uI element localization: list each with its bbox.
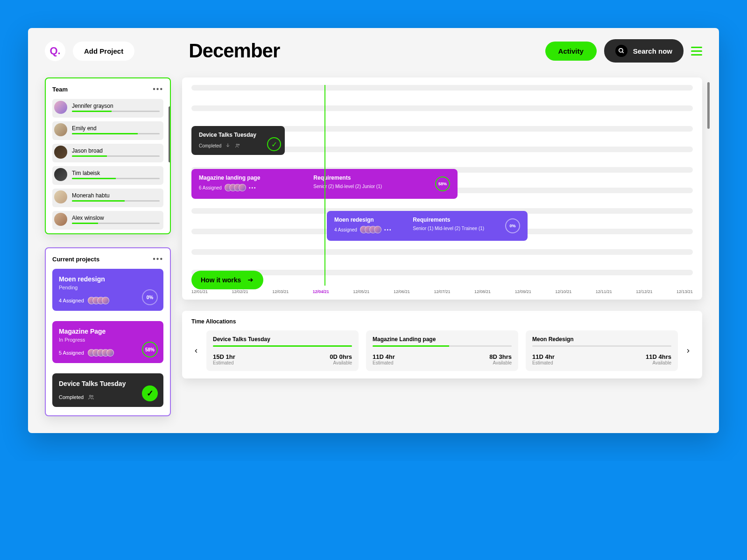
team-member-name: Jennifer grayson <box>72 103 160 109</box>
scrollbar[interactable] <box>707 82 710 129</box>
timeline-date: 12/04/21 <box>313 289 329 294</box>
header: Q. Add Project December Activity Search … <box>45 39 702 63</box>
alloc-avail-label: Available <box>330 360 352 365</box>
arrow-right-icon <box>247 277 254 283</box>
task-assigned: 6 Assigned <box>199 185 222 190</box>
svg-line-1 <box>622 52 624 53</box>
alloc-card[interactable]: Magazine Landing page 11D 4hrEstimated 8… <box>366 330 518 371</box>
alloc-card[interactable]: Meon Redesign 11D 4hrEstimated 11D 4hrsA… <box>526 330 678 371</box>
team-member-name: Tim labeisk <box>72 170 160 176</box>
projects-panel: Current projects ••• Moen redesign Pendi… <box>45 247 171 416</box>
alloc-cards: Device Talks Tuesday 15D 1hrEstimated 0D… <box>206 330 678 371</box>
assignee-avatars <box>88 297 109 304</box>
alloc-card[interactable]: Device Talks Tuesday 15D 1hrEstimated 0D… <box>206 330 359 371</box>
svg-point-5 <box>239 144 240 146</box>
team-member[interactable]: Emily end <box>52 121 163 140</box>
more-icon[interactable]: ••• <box>249 185 257 190</box>
alloc-name: Meon Redesign <box>532 336 671 343</box>
dates-row: 12/01/2112/02/2112/03/2112/04/2112/05/21… <box>191 289 693 294</box>
task-status: Completed <box>199 143 221 148</box>
requirements-text: Senior (1) Mid-level (2) Trainee (1) <box>413 226 484 231</box>
timeline-row <box>191 249 693 255</box>
avatar <box>54 123 67 136</box>
scrollbar[interactable] <box>169 106 171 162</box>
team-member-name: Emily end <box>72 125 160 132</box>
timeline-date: 12/03/21 <box>272 289 289 294</box>
timeline-task-device[interactable]: Device Talks Tuesday Completed ✓ <box>191 126 285 155</box>
sidebar: Team ••• Jennifer grayson Emily <box>45 77 171 416</box>
alloc-avail-label: Available <box>489 360 512 365</box>
team-member[interactable]: Tim labeisk <box>52 166 163 185</box>
projects-more-icon[interactable]: ••• <box>153 255 163 263</box>
team-member[interactable]: Jason broad <box>52 144 163 162</box>
time-allocations-panel: Time Allocations Device Talks Tuesday 15… <box>182 311 702 378</box>
team-list[interactable]: Jennifer grayson Emily end <box>52 99 163 230</box>
avatar <box>54 146 67 159</box>
task-title: Magazine landing page <box>199 175 260 181</box>
team-member[interactable]: Monerah habtu <box>52 189 163 207</box>
svg-point-0 <box>619 49 623 52</box>
svg-point-3 <box>92 395 93 397</box>
app-window: Q. Add Project December Activity Search … <box>28 28 719 433</box>
project-card[interactable]: Device Talks Tuesday Completed ✓ <box>52 373 163 407</box>
team-member-name: Alex winslow <box>72 215 160 221</box>
check-icon: ✓ <box>142 385 158 401</box>
alloc-estimated: 15D 1hr <box>213 353 235 360</box>
progress-ring: 0% <box>142 289 158 305</box>
timeline-date: 12/01/21 <box>191 289 208 294</box>
requirements-text: Senior (2) Mid-level (2) Junior (1) <box>313 184 382 189</box>
timeline-row <box>191 105 693 111</box>
task-title: Device Talks Tuesday <box>199 132 256 138</box>
task-assigned: 4 Assigned <box>334 227 357 232</box>
team-member[interactable]: Alex winslow <box>52 211 163 230</box>
timeline-row <box>191 85 693 91</box>
project-card[interactable]: Magazine Page In Progress 5 Assigned 58% <box>52 321 163 363</box>
alloc-next-button[interactable] <box>684 346 693 356</box>
how-label: How it works <box>201 276 241 284</box>
team-panel: Team ••• Jennifer grayson Emily <box>45 77 171 234</box>
activity-button[interactable]: Activity <box>545 42 597 61</box>
timeline-date: 12/10/21 <box>555 289 571 294</box>
timeline-date: 12/08/21 <box>474 289 491 294</box>
project-card[interactable]: Moen redesign Pending 4 Assigned 0% <box>52 269 163 311</box>
svg-point-2 <box>90 395 92 397</box>
avatar <box>54 101 67 114</box>
progress-ring: 58% <box>142 342 158 357</box>
alloc-name: Device Talks Tuesday <box>213 336 352 343</box>
timeline-date: 12/05/21 <box>353 289 369 294</box>
timeline-date: 12/12/21 <box>636 289 652 294</box>
team-member-name: Jason broad <box>72 147 160 154</box>
team-member[interactable]: Jennifer grayson <box>52 99 163 118</box>
avatar <box>54 190 67 203</box>
team-more-icon[interactable]: ••• <box>153 85 163 93</box>
main-layout: Team ••• Jennifer grayson Emily <box>45 77 702 416</box>
search-button[interactable]: Search now <box>604 39 684 63</box>
requirements-title: Requirements <box>413 217 484 223</box>
alloc-est-label: Estimated <box>532 360 555 365</box>
how-it-works-button[interactable]: How it works <box>191 271 263 289</box>
team-panel-title: Team <box>52 86 68 93</box>
logo[interactable]: Q. <box>45 41 65 61</box>
timeline-task-moen[interactable]: Moen redesign 4 Assigned ••• Requirement… <box>327 211 528 241</box>
alloc-est-label: Estimated <box>213 360 235 365</box>
download-icon <box>225 143 231 148</box>
more-icon[interactable]: ••• <box>384 227 392 232</box>
alloc-title: Time Allocations <box>191 318 693 325</box>
requirements-title: Requirements <box>313 175 382 181</box>
alloc-estimated: 11D 4hr <box>373 353 395 360</box>
avatar <box>54 213 67 226</box>
alloc-avail-label: Available <box>646 360 671 365</box>
timeline-date: 12/06/21 <box>394 289 410 294</box>
project-status: Pending <box>59 285 157 290</box>
menu-icon[interactable] <box>691 47 702 56</box>
svg-point-4 <box>236 144 238 146</box>
timeline-date: 12/13/21 <box>677 289 693 294</box>
alloc-prev-button[interactable] <box>191 346 201 356</box>
assignee-avatars <box>88 349 114 357</box>
alloc-available: 11D 4hrs <box>646 353 671 360</box>
alloc-available: 8D 3hrs <box>489 353 512 360</box>
project-name: Magazine Page <box>59 328 157 335</box>
project-assigned: 4 Assigned <box>59 298 84 303</box>
add-project-button[interactable]: Add Project <box>73 42 134 61</box>
project-name: Device Talks Tuesday <box>59 380 157 387</box>
